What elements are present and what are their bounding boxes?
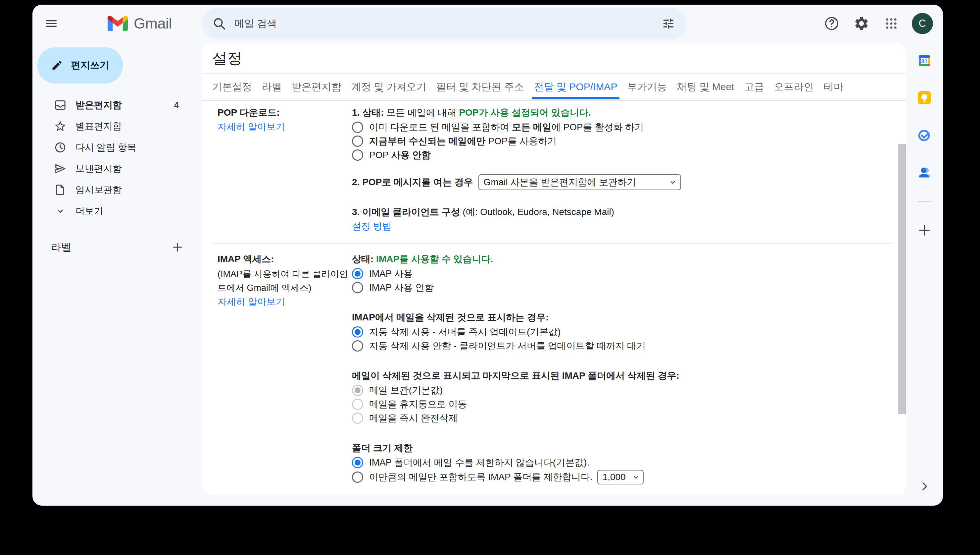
tab-forwarding-pop-imap[interactable]: 전달 및 POP/IMAP xyxy=(529,74,622,100)
right-side-panel: 31 xyxy=(906,42,943,505)
imap-learn-more-link[interactable]: 자세히 알아보기 xyxy=(217,295,285,309)
page-title: 설정 xyxy=(212,48,242,68)
imap-access-content: 상태: IMAP를 사용할 수 있습니다. IMAP 사용 IMAP 사용 안함… xyxy=(352,252,893,495)
tab-themes[interactable]: 테마 xyxy=(819,74,849,100)
pop-status-mid: 모든 메일에 대해 xyxy=(384,107,459,118)
left-sidebar: 편지쓰기 받은편지함 4 xyxy=(32,42,202,505)
plus-icon xyxy=(171,241,184,254)
tasks-icon xyxy=(916,127,932,143)
radio-deleted-expunge: 메일을 즉시 완전삭제 xyxy=(352,412,893,425)
pop-config-instructions-link[interactable]: 설정 방법 xyxy=(352,219,392,233)
search-bar[interactable] xyxy=(202,8,687,39)
radio-unselected-icon[interactable] xyxy=(352,149,363,161)
file-icon xyxy=(54,183,67,196)
sidebar-item-label: 다시 알림 항목 xyxy=(75,141,136,154)
google-apps-button[interactable] xyxy=(882,14,900,33)
sidebar-item-inbox[interactable]: 받은편지함 4 xyxy=(32,95,202,115)
gmail-window: Gmail xyxy=(32,5,943,505)
pop-status-line: 1. 상태: 모든 메일에 대해 POP가 사용 설정되어 있습니다. xyxy=(352,105,893,120)
inbox-icon xyxy=(54,98,67,112)
tab-labels[interactable]: 라벨 xyxy=(257,74,287,100)
radio-imap-disable[interactable]: IMAP 사용 안함 xyxy=(352,281,893,294)
settings-button[interactable] xyxy=(852,14,871,33)
imap-deleted-heading: 메일이 삭제된 것으로 표시되고 마지막으로 표시된 IMAP 폴더에서 삭제된… xyxy=(352,369,893,383)
compose-button[interactable]: 편지쓰기 xyxy=(37,47,123,83)
radio-disabled-icon xyxy=(352,399,363,410)
radio-unselected-icon[interactable] xyxy=(352,122,363,133)
scrollbar-thumb[interactable] xyxy=(898,144,906,414)
radio-auto-expunge-on[interactable]: 자동 삭제 사용 - 서버를 즉시 업데이트(기본값) xyxy=(352,326,893,338)
radio-deleted-archive: 메일 보관(기본값) xyxy=(352,384,893,397)
sidebar-item-label: 받은편지함 xyxy=(75,99,122,111)
radio-selected-icon[interactable] xyxy=(352,326,363,338)
rail-divider xyxy=(918,201,931,202)
radio-unselected-icon[interactable] xyxy=(352,472,363,483)
radio-selected-icon[interactable] xyxy=(352,457,363,468)
create-label-button[interactable] xyxy=(168,238,187,257)
radio-imap-enable[interactable]: IMAP 사용 xyxy=(352,267,893,280)
compose-label: 편지쓰기 xyxy=(71,59,109,72)
sidebar-nav: 받은편지함 4 별표편지함 xyxy=(32,95,202,222)
folder-size-heading: 폴더 크기 제한 xyxy=(352,441,893,455)
hide-side-panel-button[interactable] xyxy=(916,478,932,494)
gear-icon xyxy=(854,16,870,32)
sidebar-item-starred[interactable]: 별표편지함 xyxy=(32,115,202,137)
radio-folder-unlimited[interactable]: IMAP 폴더에서 메일 수를 제한하지 않습니다(기본값). xyxy=(352,456,893,469)
radio-pop-enable-all[interactable]: 이미 다운로드 된 메일을 포함하여 모든 메일에 POP를 활성화 하기 xyxy=(352,120,893,134)
radio-unselected-icon[interactable] xyxy=(352,282,363,293)
tab-addons[interactable]: 부가기능 xyxy=(622,74,672,100)
gmail-logo[interactable]: Gmail xyxy=(108,15,172,32)
apps-grid-icon xyxy=(884,16,898,30)
radio-unselected-icon[interactable] xyxy=(352,136,363,147)
imap-status-line: 상태: IMAP를 사용할 수 있습니다. xyxy=(352,252,893,266)
tab-filters-blocked[interactable]: 필터 및 차단된 주소 xyxy=(432,74,529,100)
radio-selected-icon[interactable] xyxy=(352,268,363,279)
pop-action-select[interactable]: Gmail 사본을 받은편지함에 보관하기 xyxy=(478,174,681,190)
pop-learn-more-link[interactable]: 자세히 알아보기 xyxy=(217,120,285,134)
chevron-down-icon xyxy=(668,178,677,186)
radio-pop-from-now[interactable]: 지금부터 수신되는 메일에만 POP를 사용하기 xyxy=(352,135,893,148)
sidebar-item-drafts[interactable]: 임시보관함 xyxy=(32,179,202,201)
pop-status-prefix: 1. 상태: xyxy=(352,107,384,118)
settings-card: 설정 기본설정 라벨 받은편지함 계정 및 가져오기 필터 및 차단된 주소 전… xyxy=(202,43,906,496)
tasks-button[interactable] xyxy=(916,127,932,143)
imap-access-label-col: IMAP 액세스: (IMAP를 사용하여 다른 클라이언트에서 Gmail에 … xyxy=(217,252,352,309)
get-addons-button[interactable] xyxy=(916,222,932,238)
calendar-button[interactable]: 31 xyxy=(916,53,932,69)
imap-access-label: IMAP 액세스: xyxy=(217,252,352,266)
keep-button[interactable] xyxy=(916,90,932,106)
tab-advanced[interactable]: 고급 xyxy=(739,74,769,100)
radio-disabled-selected-icon xyxy=(352,385,363,396)
tab-chat-meet[interactable]: 채팅 및 Meet xyxy=(672,74,739,100)
contacts-button[interactable] xyxy=(916,164,932,180)
search-button[interactable] xyxy=(209,13,230,34)
tab-offline[interactable]: 오프라인 xyxy=(769,74,819,100)
settings-content: POP 다운로드: 자세히 알아보기 1. 상태: 모든 메일에 대해 POP가… xyxy=(202,101,906,495)
pop-download-content: 1. 상태: 모든 메일에 대해 POP가 사용 설정되어 있습니다. 이미 다… xyxy=(352,105,893,233)
hamburger-menu-button[interactable] xyxy=(42,14,61,34)
tab-inbox[interactable]: 받은편지함 xyxy=(287,74,346,100)
search-input[interactable] xyxy=(234,18,658,29)
svg-text:31: 31 xyxy=(921,58,928,65)
support-button[interactable] xyxy=(822,14,841,33)
folder-limit-selected-value: 1,000 xyxy=(603,472,626,483)
tab-general[interactable]: 기본설정 xyxy=(207,74,257,100)
plus-icon xyxy=(917,223,932,238)
radio-unselected-icon[interactable] xyxy=(352,340,363,351)
imap-expunge-heading: IMAP에서 메일을 삭제된 것으로 표시하는 경우: xyxy=(352,310,893,325)
sidebar-item-snoozed[interactable]: 다시 알림 항목 xyxy=(32,137,202,158)
account-avatar[interactable]: C xyxy=(912,13,933,34)
sidebar-item-more[interactable]: 더보기 xyxy=(32,201,202,222)
radio-folder-limit[interactable]: 이만큼의 메일만 포함하도록 IMAP 폴더를 제한합니다. 1,000 xyxy=(352,470,893,484)
tab-accounts-import[interactable]: 계정 및 가져오기 xyxy=(346,74,432,100)
labels-header: 라벨 xyxy=(32,237,202,258)
radio-auto-expunge-off[interactable]: 자동 삭제 사용 안함 - 클라이언트가 서버를 업데이트할 때까지 대기 xyxy=(352,339,893,353)
sidebar-item-label: 임시보관함 xyxy=(75,184,122,196)
sidebar-item-sent[interactable]: 보낸편지함 xyxy=(32,158,202,179)
pop-open-label: 2. POP로 메시지를 여는 경우 xyxy=(352,176,473,189)
folder-limit-select[interactable]: 1,000 xyxy=(597,470,644,484)
chevron-right-icon xyxy=(918,480,930,493)
app-body: 편지쓰기 받은편지함 4 xyxy=(32,42,943,505)
radio-pop-disable[interactable]: POP 사용 안함 xyxy=(352,148,893,162)
search-options-button[interactable] xyxy=(658,13,679,34)
